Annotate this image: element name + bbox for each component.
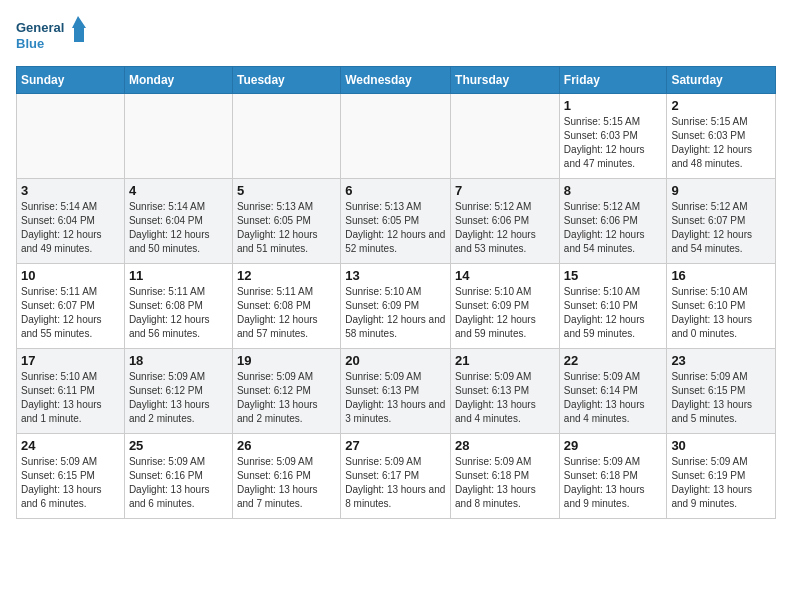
day-number: 23 <box>671 353 771 368</box>
day-info: Sunrise: 5:10 AM Sunset: 6:09 PM Dayligh… <box>455 285 555 341</box>
calendar-cell: 7Sunrise: 5:12 AM Sunset: 6:06 PM Daylig… <box>451 179 560 264</box>
calendar-cell: 20Sunrise: 5:09 AM Sunset: 6:13 PM Dayli… <box>341 349 451 434</box>
calendar-cell: 16Sunrise: 5:10 AM Sunset: 6:10 PM Dayli… <box>667 264 776 349</box>
calendar-cell: 22Sunrise: 5:09 AM Sunset: 6:14 PM Dayli… <box>559 349 667 434</box>
calendar-cell <box>341 94 451 179</box>
day-number: 4 <box>129 183 228 198</box>
calendar-cell: 24Sunrise: 5:09 AM Sunset: 6:15 PM Dayli… <box>17 434 125 519</box>
calendar-cell: 25Sunrise: 5:09 AM Sunset: 6:16 PM Dayli… <box>124 434 232 519</box>
day-header-tuesday: Tuesday <box>232 67 340 94</box>
calendar-cell: 15Sunrise: 5:10 AM Sunset: 6:10 PM Dayli… <box>559 264 667 349</box>
day-info: Sunrise: 5:09 AM Sunset: 6:15 PM Dayligh… <box>21 455 120 511</box>
calendar-cell: 30Sunrise: 5:09 AM Sunset: 6:19 PM Dayli… <box>667 434 776 519</box>
day-number: 22 <box>564 353 663 368</box>
calendar-cell: 27Sunrise: 5:09 AM Sunset: 6:17 PM Dayli… <box>341 434 451 519</box>
calendar-week-2: 3Sunrise: 5:14 AM Sunset: 6:04 PM Daylig… <box>17 179 776 264</box>
day-info: Sunrise: 5:15 AM Sunset: 6:03 PM Dayligh… <box>564 115 663 171</box>
day-number: 6 <box>345 183 446 198</box>
day-info: Sunrise: 5:10 AM Sunset: 6:10 PM Dayligh… <box>671 285 771 341</box>
calendar-cell: 9Sunrise: 5:12 AM Sunset: 6:07 PM Daylig… <box>667 179 776 264</box>
calendar-cell <box>124 94 232 179</box>
day-info: Sunrise: 5:11 AM Sunset: 6:07 PM Dayligh… <box>21 285 120 341</box>
day-info: Sunrise: 5:09 AM Sunset: 6:17 PM Dayligh… <box>345 455 446 511</box>
day-info: Sunrise: 5:09 AM Sunset: 6:19 PM Dayligh… <box>671 455 771 511</box>
day-number: 27 <box>345 438 446 453</box>
day-info: Sunrise: 5:12 AM Sunset: 6:06 PM Dayligh… <box>564 200 663 256</box>
calendar-cell: 29Sunrise: 5:09 AM Sunset: 6:18 PM Dayli… <box>559 434 667 519</box>
day-info: Sunrise: 5:14 AM Sunset: 6:04 PM Dayligh… <box>129 200 228 256</box>
calendar-cell <box>451 94 560 179</box>
calendar-week-1: 1Sunrise: 5:15 AM Sunset: 6:03 PM Daylig… <box>17 94 776 179</box>
day-info: Sunrise: 5:12 AM Sunset: 6:07 PM Dayligh… <box>671 200 771 256</box>
day-info: Sunrise: 5:09 AM Sunset: 6:12 PM Dayligh… <box>237 370 336 426</box>
day-number: 17 <box>21 353 120 368</box>
calendar-week-4: 17Sunrise: 5:10 AM Sunset: 6:11 PM Dayli… <box>17 349 776 434</box>
day-info: Sunrise: 5:11 AM Sunset: 6:08 PM Dayligh… <box>237 285 336 341</box>
calendar-cell: 1Sunrise: 5:15 AM Sunset: 6:03 PM Daylig… <box>559 94 667 179</box>
day-number: 9 <box>671 183 771 198</box>
day-info: Sunrise: 5:09 AM Sunset: 6:15 PM Dayligh… <box>671 370 771 426</box>
day-header-monday: Monday <box>124 67 232 94</box>
day-header-saturday: Saturday <box>667 67 776 94</box>
day-info: Sunrise: 5:09 AM Sunset: 6:18 PM Dayligh… <box>455 455 555 511</box>
calendar-cell: 5Sunrise: 5:13 AM Sunset: 6:05 PM Daylig… <box>232 179 340 264</box>
calendar-week-3: 10Sunrise: 5:11 AM Sunset: 6:07 PM Dayli… <box>17 264 776 349</box>
day-number: 26 <box>237 438 336 453</box>
day-info: Sunrise: 5:09 AM Sunset: 6:16 PM Dayligh… <box>237 455 336 511</box>
svg-text:Blue: Blue <box>16 36 44 51</box>
day-info: Sunrise: 5:09 AM Sunset: 6:16 PM Dayligh… <box>129 455 228 511</box>
day-header-sunday: Sunday <box>17 67 125 94</box>
day-info: Sunrise: 5:15 AM Sunset: 6:03 PM Dayligh… <box>671 115 771 171</box>
day-number: 21 <box>455 353 555 368</box>
day-number: 2 <box>671 98 771 113</box>
calendar-week-5: 24Sunrise: 5:09 AM Sunset: 6:15 PM Dayli… <box>17 434 776 519</box>
day-info: Sunrise: 5:14 AM Sunset: 6:04 PM Dayligh… <box>21 200 120 256</box>
calendar-cell <box>232 94 340 179</box>
day-number: 8 <box>564 183 663 198</box>
day-info: Sunrise: 5:11 AM Sunset: 6:08 PM Dayligh… <box>129 285 228 341</box>
svg-text:General: General <box>16 20 64 35</box>
day-info: Sunrise: 5:09 AM Sunset: 6:13 PM Dayligh… <box>345 370 446 426</box>
logo: General Blue <box>16 16 86 56</box>
calendar-cell: 3Sunrise: 5:14 AM Sunset: 6:04 PM Daylig… <box>17 179 125 264</box>
calendar-cell: 14Sunrise: 5:10 AM Sunset: 6:09 PM Dayli… <box>451 264 560 349</box>
day-number: 20 <box>345 353 446 368</box>
day-number: 5 <box>237 183 336 198</box>
calendar-cell: 4Sunrise: 5:14 AM Sunset: 6:04 PM Daylig… <box>124 179 232 264</box>
day-info: Sunrise: 5:13 AM Sunset: 6:05 PM Dayligh… <box>345 200 446 256</box>
calendar-cell: 19Sunrise: 5:09 AM Sunset: 6:12 PM Dayli… <box>232 349 340 434</box>
calendar-cell: 8Sunrise: 5:12 AM Sunset: 6:06 PM Daylig… <box>559 179 667 264</box>
calendar-cell <box>17 94 125 179</box>
calendar-cell: 18Sunrise: 5:09 AM Sunset: 6:12 PM Dayli… <box>124 349 232 434</box>
day-number: 14 <box>455 268 555 283</box>
day-info: Sunrise: 5:09 AM Sunset: 6:14 PM Dayligh… <box>564 370 663 426</box>
day-number: 11 <box>129 268 228 283</box>
calendar-cell: 13Sunrise: 5:10 AM Sunset: 6:09 PM Dayli… <box>341 264 451 349</box>
calendar-cell: 10Sunrise: 5:11 AM Sunset: 6:07 PM Dayli… <box>17 264 125 349</box>
day-number: 28 <box>455 438 555 453</box>
day-info: Sunrise: 5:10 AM Sunset: 6:09 PM Dayligh… <box>345 285 446 341</box>
day-number: 29 <box>564 438 663 453</box>
day-number: 13 <box>345 268 446 283</box>
day-number: 25 <box>129 438 228 453</box>
day-number: 16 <box>671 268 771 283</box>
calendar-cell: 11Sunrise: 5:11 AM Sunset: 6:08 PM Dayli… <box>124 264 232 349</box>
day-number: 15 <box>564 268 663 283</box>
day-number: 7 <box>455 183 555 198</box>
calendar-cell: 17Sunrise: 5:10 AM Sunset: 6:11 PM Dayli… <box>17 349 125 434</box>
day-header-thursday: Thursday <box>451 67 560 94</box>
calendar-cell: 2Sunrise: 5:15 AM Sunset: 6:03 PM Daylig… <box>667 94 776 179</box>
calendar-cell: 23Sunrise: 5:09 AM Sunset: 6:15 PM Dayli… <box>667 349 776 434</box>
day-number: 3 <box>21 183 120 198</box>
day-header-wednesday: Wednesday <box>341 67 451 94</box>
day-info: Sunrise: 5:13 AM Sunset: 6:05 PM Dayligh… <box>237 200 336 256</box>
day-info: Sunrise: 5:09 AM Sunset: 6:18 PM Dayligh… <box>564 455 663 511</box>
day-info: Sunrise: 5:09 AM Sunset: 6:13 PM Dayligh… <box>455 370 555 426</box>
calendar-cell: 6Sunrise: 5:13 AM Sunset: 6:05 PM Daylig… <box>341 179 451 264</box>
calendar-cell: 21Sunrise: 5:09 AM Sunset: 6:13 PM Dayli… <box>451 349 560 434</box>
day-info: Sunrise: 5:10 AM Sunset: 6:11 PM Dayligh… <box>21 370 120 426</box>
day-number: 18 <box>129 353 228 368</box>
day-number: 10 <box>21 268 120 283</box>
calendar-cell: 12Sunrise: 5:11 AM Sunset: 6:08 PM Dayli… <box>232 264 340 349</box>
calendar-cell: 26Sunrise: 5:09 AM Sunset: 6:16 PM Dayli… <box>232 434 340 519</box>
